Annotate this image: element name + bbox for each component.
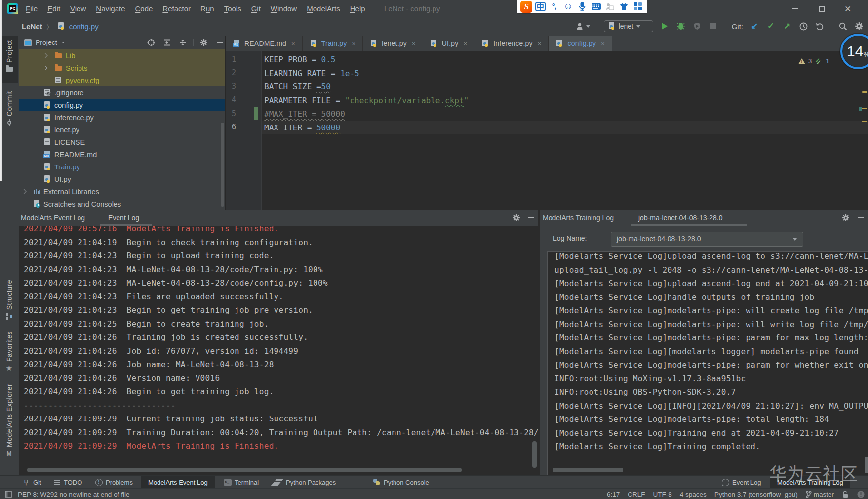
menu-item[interactable]: File bbox=[21, 0, 42, 18]
event-log-hide-icon[interactable] bbox=[527, 214, 535, 222]
file-encoding[interactable]: UTF-8 bbox=[653, 491, 672, 498]
editor-tab[interactable]: MD Inference.py × bbox=[474, 36, 549, 51]
tool-window-button[interactable]: TODO bbox=[53, 476, 82, 489]
keyboard-icon[interactable] bbox=[590, 1, 602, 12]
python-interpreter[interactable]: Python 3.7 (tensorflow_gpu) bbox=[714, 491, 798, 498]
run-button[interactable] bbox=[660, 21, 670, 31]
microphone-icon[interactable] bbox=[576, 1, 588, 12]
training-log-content[interactable]: [Modelarts Service Log]upload ascend-log… bbox=[547, 251, 868, 475]
chevron-right-icon[interactable] bbox=[43, 53, 48, 58]
expand-all-icon[interactable] bbox=[163, 39, 171, 46]
settings-gear-icon[interactable] bbox=[854, 21, 864, 31]
tool-window-button[interactable]: Python Packages bbox=[275, 476, 336, 489]
breadcrumb-project[interactable]: LeNet bbox=[22, 22, 42, 31]
stripe-project-button[interactable]: Project bbox=[0, 36, 18, 83]
project-tree-item[interactable]: MD External Libraries bbox=[19, 185, 225, 198]
event-log-gear-icon[interactable] bbox=[513, 214, 520, 222]
training-log-vscrollbar[interactable] bbox=[865, 457, 868, 473]
editor-tab[interactable]: MD Train.py × bbox=[303, 36, 363, 51]
locate-file-icon[interactable] bbox=[147, 39, 155, 46]
close-tab-icon[interactable]: × bbox=[291, 41, 295, 47]
event-log-hscrollbar[interactable] bbox=[27, 468, 462, 472]
stripe-favorites-button[interactable]: Favorites bbox=[0, 331, 18, 382]
project-tree-item[interactable]: MD README.md bbox=[19, 148, 225, 161]
maximize-button[interactable] bbox=[810, 0, 833, 18]
chevron-right-icon[interactable] bbox=[43, 66, 48, 71]
project-tree-item[interactable]: MD Train.py bbox=[19, 161, 225, 173]
sogou-logo-icon[interactable]: S bbox=[520, 1, 532, 12]
toolwindow-switcher-icon[interactable] bbox=[5, 491, 12, 498]
close-button[interactable]: ✕ bbox=[836, 0, 859, 18]
project-tree-item[interactable]: MD Lib bbox=[19, 49, 225, 62]
collapse-all-icon[interactable] bbox=[179, 39, 187, 46]
breadcrumb-file[interactable]: config.py bbox=[69, 22, 99, 31]
indicator-icon[interactable] bbox=[857, 491, 865, 498]
project-title[interactable]: Project bbox=[36, 39, 57, 46]
log-name-select[interactable]: job-ma-lenet-04-08-13-28.0 bbox=[611, 232, 803, 247]
project-tree-item[interactable]: MD config.py bbox=[19, 99, 225, 111]
coverage-button[interactable] bbox=[692, 21, 702, 31]
code-line[interactable]: MAX_ITER = 50000 bbox=[264, 121, 340, 135]
training-log-hide-icon[interactable] bbox=[857, 214, 865, 222]
stripe-commit-button[interactable]: Commit bbox=[0, 87, 18, 134]
project-tree-item[interactable]: MD UI.py bbox=[19, 173, 225, 185]
menu-item[interactable]: Help bbox=[345, 0, 370, 18]
training-log-gear-icon[interactable] bbox=[842, 214, 850, 222]
history-icon[interactable] bbox=[798, 21, 808, 31]
code-line[interactable]: #MAX_ITER = 50000 bbox=[264, 107, 345, 121]
tool-window-button[interactable]: Python Console bbox=[373, 476, 429, 489]
git-push-icon[interactable]: ↗ bbox=[782, 21, 792, 31]
rollback-icon[interactable] bbox=[815, 21, 825, 31]
tool-window-button[interactable]: Terminal bbox=[224, 476, 259, 489]
menu-item[interactable]: Window bbox=[266, 0, 302, 18]
ime-toolbar[interactable]: S 中 °, ☺ bbox=[517, 0, 647, 13]
inspections-widget[interactable]: 3 ✓✓ 1 bbox=[798, 57, 829, 65]
stop-button[interactable] bbox=[709, 21, 718, 31]
hide-panel-icon[interactable] bbox=[216, 39, 224, 46]
event-log-tab[interactable]: Event Log bbox=[108, 214, 139, 222]
tool-window-button[interactable]: ModelArts Event Log bbox=[141, 476, 215, 489]
project-tree-item[interactable]: MD Scratches and Consoles bbox=[19, 198, 225, 210]
punctuation-icon[interactable]: °, bbox=[549, 1, 560, 12]
project-tree-item[interactable]: MD pyvenv.cfg bbox=[19, 74, 225, 86]
training-log-hscrollbar[interactable] bbox=[553, 468, 623, 472]
close-tab-icon[interactable]: × bbox=[463, 41, 467, 47]
code-line[interactable]: BATCH_SIZE =50 bbox=[264, 80, 331, 94]
project-tree-item[interactable]: MD LICENSE bbox=[19, 136, 225, 148]
search-icon[interactable] bbox=[838, 21, 848, 31]
menu-item[interactable]: Edit bbox=[42, 0, 65, 18]
stripe-structure-button[interactable]: Structure bbox=[0, 280, 18, 329]
chevron-right-icon[interactable] bbox=[22, 189, 27, 194]
git-update-icon[interactable]: ↙ bbox=[750, 21, 759, 31]
event-log-vscrollbar[interactable] bbox=[532, 441, 537, 468]
lock-icon[interactable] bbox=[842, 491, 849, 498]
menu-item[interactable]: Tools bbox=[219, 0, 246, 18]
code-line[interactable]: PARAMETER_FILE = "checkpoint/variable.ck… bbox=[264, 94, 469, 108]
editor-body[interactable]: 123456 KEEP_PROB = 0.5LEARNING_RATE = 1e… bbox=[226, 51, 868, 210]
skin-icon[interactable] bbox=[618, 1, 630, 12]
git-commit-icon[interactable]: ✓ bbox=[766, 21, 776, 31]
project-tree-item[interactable]: MD .gitignore bbox=[19, 86, 225, 99]
close-tab-icon[interactable]: × bbox=[601, 41, 605, 47]
editor-tab[interactable]: MD lenet.py × bbox=[363, 36, 423, 51]
user-icon[interactable] bbox=[576, 21, 591, 31]
menu-item[interactable]: Git bbox=[246, 0, 266, 18]
minimize-button[interactable] bbox=[784, 0, 807, 18]
indent-style[interactable]: 4 spaces bbox=[680, 491, 707, 498]
debug-button[interactable] bbox=[676, 21, 686, 31]
project-tree-item[interactable]: MD lenet.py bbox=[19, 124, 225, 136]
emoji-icon[interactable]: ☺ bbox=[562, 1, 574, 12]
menu-item[interactable]: Code bbox=[130, 0, 158, 18]
project-tree-item[interactable]: MD Inference.py bbox=[19, 111, 225, 124]
project-scrollbar[interactable] bbox=[221, 123, 224, 207]
menu-item[interactable]: Refactor bbox=[158, 0, 196, 18]
menu-item[interactable]: View bbox=[65, 0, 91, 18]
status-message[interactable]: PEP 8: W292 no newline at end of file bbox=[18, 491, 129, 498]
chinese-mode-icon[interactable]: 中 bbox=[534, 1, 546, 12]
code-line[interactable]: KEEP_PROB = 0.5 bbox=[264, 53, 336, 67]
menu-item[interactable]: ModelArts bbox=[302, 0, 345, 18]
training-log-tab[interactable]: job-ma-lenet-04-08-13-28.0 bbox=[638, 214, 722, 222]
menu-item[interactable]: Navigate bbox=[91, 0, 130, 18]
event-log-content[interactable]: 2021/04/09 20:57:16 ModelArts Training i… bbox=[19, 226, 538, 475]
tool-window-button[interactable]: Git bbox=[22, 476, 41, 489]
